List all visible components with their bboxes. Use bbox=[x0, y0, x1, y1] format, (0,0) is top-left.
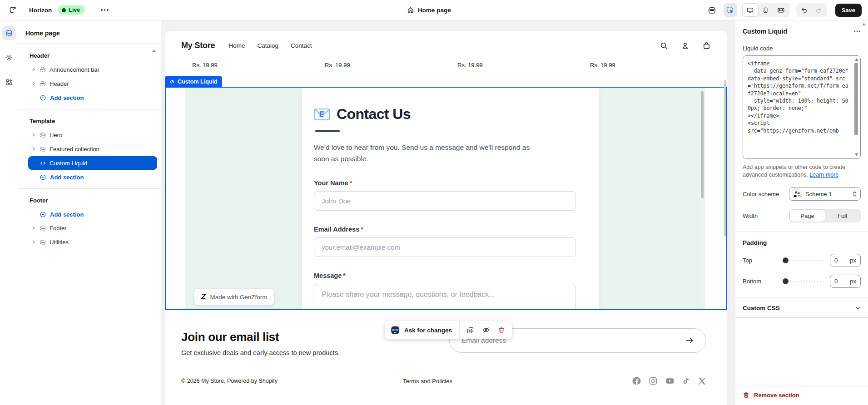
nav-link-catalog[interactable]: Catalog bbox=[257, 42, 278, 49]
add-section-footer-button[interactable]: Add section bbox=[28, 207, 155, 221]
hide-icon[interactable] bbox=[482, 326, 490, 334]
code-scrollbar[interactable] bbox=[853, 57, 859, 158]
add-section-template-button[interactable]: Add section bbox=[28, 170, 155, 184]
sidebar-item-custom-liquid[interactable]: Custom Liquid bbox=[28, 156, 157, 170]
nav-link-contact[interactable]: Contact bbox=[291, 42, 312, 49]
color-scheme-select[interactable]: Aa Scheme 1 bbox=[789, 187, 861, 201]
panel-scroll-up-arrow[interactable] bbox=[862, 23, 866, 25]
sidebar-item-header[interactable]: Header bbox=[28, 77, 155, 90]
save-button[interactable]: Save bbox=[835, 4, 862, 17]
name-input[interactable] bbox=[314, 191, 576, 211]
newsletter-title: Join our email list bbox=[181, 330, 340, 344]
add-section-label: Add section bbox=[50, 211, 84, 218]
tiktok-icon[interactable] bbox=[682, 376, 690, 385]
panel-more-menu-button[interactable] bbox=[853, 28, 861, 35]
color-scheme-label: Color scheme bbox=[743, 191, 779, 198]
sidebar-item-label: Footer bbox=[50, 225, 67, 232]
inspect-select-button[interactable] bbox=[724, 3, 737, 17]
rail-sections-button[interactable] bbox=[2, 26, 16, 40]
theme-more-menu-button[interactable] bbox=[98, 6, 111, 14]
product-price: Rs. 19.99 bbox=[325, 62, 457, 69]
ask-for-changes-button[interactable]: Ask for changes bbox=[385, 321, 460, 339]
padding-bottom-slider[interactable] bbox=[783, 278, 824, 284]
sidebar-item-utilities[interactable]: Utilities bbox=[28, 235, 155, 249]
search-icon[interactable] bbox=[660, 41, 668, 50]
undo-icon bbox=[800, 6, 808, 14]
iframe-scrollbar-thumb[interactable] bbox=[701, 91, 704, 198]
width-option-page[interactable]: Page bbox=[790, 210, 825, 222]
chevron-right-icon[interactable] bbox=[31, 147, 36, 151]
exit-editor-button[interactable] bbox=[6, 4, 19, 16]
chevron-right-icon[interactable] bbox=[31, 240, 36, 244]
topbar-page-selector[interactable]: Home page bbox=[407, 0, 451, 20]
product-price: Rs. 19.99 bbox=[590, 62, 723, 69]
chevron-right-icon[interactable] bbox=[31, 67, 36, 72]
sidebar-item-announcement-bar[interactable]: Announcement bar bbox=[28, 63, 155, 76]
x-icon[interactable] bbox=[698, 377, 706, 385]
assistant-button[interactable] bbox=[705, 3, 719, 17]
preview-scrollbar-thumb[interactable] bbox=[724, 80, 726, 237]
cart-icon[interactable] bbox=[702, 41, 711, 50]
padding-bottom-value[interactable]: 0 bbox=[834, 278, 838, 285]
delete-icon[interactable] bbox=[498, 326, 505, 334]
iframe-scrollbar[interactable] bbox=[701, 90, 704, 307]
made-with-genzform-badge[interactable]: Z Made with GenZform bbox=[194, 289, 274, 305]
rail-app-embeds-button[interactable] bbox=[2, 75, 16, 89]
chevron-right-icon[interactable] bbox=[31, 81, 36, 86]
youtube-icon[interactable] bbox=[665, 376, 675, 385]
field-label-text: Message bbox=[314, 272, 342, 279]
add-section-label: Add section bbox=[50, 94, 84, 101]
nav-link-home[interactable]: Home bbox=[228, 42, 245, 49]
submit-arrow-icon[interactable] bbox=[685, 336, 694, 345]
store-name[interactable]: My Store bbox=[181, 41, 215, 50]
padding-top-slider[interactable] bbox=[783, 257, 824, 263]
email-input[interactable] bbox=[314, 237, 576, 257]
section-settings-panel: Custom Liquid Liquid code <iframe data-g… bbox=[735, 20, 868, 405]
history-segment bbox=[796, 3, 827, 17]
fullwidth-preview-button[interactable] bbox=[774, 4, 789, 16]
required-asterisk: * bbox=[343, 272, 346, 279]
add-section-header-button[interactable]: Add section bbox=[28, 91, 155, 104]
padding-top-input[interactable]: 0 px bbox=[830, 254, 861, 267]
terms-link[interactable]: Terms and Policies bbox=[278, 378, 632, 385]
facebook-icon[interactable] bbox=[632, 376, 641, 385]
sidebar-template-tree: Template Hero Featured collection Custom… bbox=[18, 109, 161, 184]
liquid-code-editor[interactable]: <iframe data-genz-form="form-eaf2720e" d… bbox=[743, 55, 861, 159]
sidebar-item-featured-collection[interactable]: Featured collection bbox=[28, 142, 155, 156]
width-option-full[interactable]: Full bbox=[825, 210, 860, 222]
section-overlay-badge[interactable]: Custom Liquid bbox=[165, 76, 222, 88]
rail-settings-button[interactable] bbox=[2, 50, 16, 65]
live-status-badge: Live bbox=[58, 5, 84, 15]
code-scroll-down-arrow[interactable] bbox=[855, 153, 858, 156]
code-scrollbar-thumb[interactable] bbox=[854, 63, 858, 135]
sidebar-item-hero[interactable]: Hero bbox=[28, 128, 155, 142]
sidebar-item-footer[interactable]: Footer bbox=[28, 221, 155, 235]
liquid-code-text[interactable]: <iframe data-genz-form="form-eaf2720e" d… bbox=[748, 60, 849, 134]
padding-top-value[interactable]: 0 bbox=[834, 257, 838, 264]
duplicate-icon[interactable] bbox=[466, 326, 474, 334]
custom-liquid-content: Contact Us We'd love to hear from you. S… bbox=[166, 88, 726, 309]
code-scroll-up-arrow[interactable] bbox=[855, 58, 858, 61]
field-label-text: Your Name bbox=[314, 179, 348, 187]
store-header: My Store Home Catalog Contact bbox=[165, 31, 727, 60]
mobile-preview-button[interactable] bbox=[758, 4, 774, 16]
redo-button[interactable] bbox=[812, 4, 826, 16]
message-textarea[interactable] bbox=[314, 284, 576, 309]
instagram-icon[interactable] bbox=[649, 376, 658, 385]
section-context-toolbar: Ask for changes bbox=[385, 321, 512, 339]
account-icon[interactable] bbox=[681, 41, 689, 50]
sidebar-scroll-up-arrow[interactable] bbox=[152, 49, 156, 52]
padding-bottom-label: Bottom bbox=[743, 278, 783, 285]
slider-knob[interactable] bbox=[783, 278, 789, 284]
slider-knob[interactable] bbox=[783, 257, 789, 263]
remove-section-button[interactable]: Remove section bbox=[735, 386, 868, 405]
copyright-text: © 2026 My Store, Powered by Shopify bbox=[181, 378, 278, 384]
chevron-right-icon[interactable] bbox=[31, 226, 36, 230]
learn-more-link[interactable]: Learn more bbox=[809, 172, 838, 178]
custom-css-toggle[interactable]: Custom CSS bbox=[743, 298, 861, 317]
padding-bottom-input[interactable]: 0 px bbox=[830, 275, 861, 288]
desktop-preview-button[interactable] bbox=[743, 4, 758, 16]
chevron-right-icon[interactable] bbox=[31, 133, 36, 137]
custom-liquid-selected-section[interactable]: Custom Liquid Contact Us We'd love to he… bbox=[165, 87, 727, 310]
undo-button[interactable] bbox=[797, 4, 812, 16]
